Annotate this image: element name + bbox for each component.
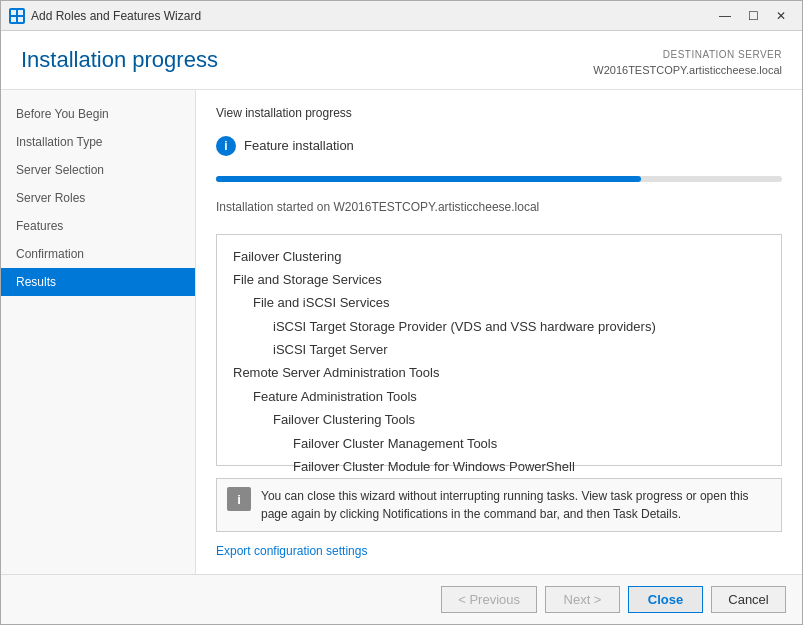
main-content: View installation progress i Feature ins… [196, 90, 802, 575]
maximize-button[interactable]: ☐ [740, 6, 766, 26]
destination-server-info: DESTINATION SERVER W2016TESTCOPY.artisti… [593, 47, 782, 79]
destination-server-name: W2016TESTCOPY.artisticcheese.local [593, 62, 782, 79]
previous-button[interactable]: < Previous [441, 586, 537, 613]
info-box-icon: i [227, 487, 251, 511]
info-box: i You can close this wizard without inte… [216, 478, 782, 532]
close-button[interactable]: Close [628, 586, 703, 613]
feature-item: Remote Server Administration Tools [233, 361, 765, 384]
install-status-text: Installation started on W2016TESTCOPY.ar… [216, 200, 782, 214]
feature-install-row: i Feature installation [216, 136, 782, 156]
sidebar-item-installation-type[interactable]: Installation Type [1, 128, 195, 156]
page-header: Installation progress DESTINATION SERVER… [1, 31, 802, 90]
app-icon [9, 8, 25, 24]
feature-item: Failover Clustering [233, 245, 765, 268]
wizard-footer: < Previous Next > Close Cancel [1, 574, 802, 624]
minimize-button[interactable]: — [712, 6, 738, 26]
sidebar-item-before-you-begin[interactable]: Before You Begin [1, 100, 195, 128]
destination-label: DESTINATION SERVER [593, 47, 782, 62]
svg-rect-1 [18, 10, 23, 15]
info-icon: i [216, 136, 236, 156]
window-title: Add Roles and Features Wizard [31, 9, 201, 23]
sidebar: Before You Begin Installation Type Serve… [1, 90, 196, 575]
feature-item: File and Storage Services [233, 268, 765, 291]
svg-rect-3 [18, 17, 23, 22]
feature-item: Failover Clustering Tools [233, 408, 765, 431]
feature-item: Feature Administration Tools [233, 385, 765, 408]
title-bar: Add Roles and Features Wizard — ☐ ✕ [1, 1, 802, 31]
sidebar-item-server-roles[interactable]: Server Roles [1, 184, 195, 212]
sidebar-item-features[interactable]: Features [1, 212, 195, 240]
page-title: Installation progress [21, 47, 218, 73]
feature-item: iSCSI Target Storage Provider (VDS and V… [233, 315, 765, 338]
feature-item: iSCSI Target Server [233, 338, 765, 361]
progress-bar-container [216, 176, 782, 182]
view-progress-label: View installation progress [216, 106, 782, 120]
sidebar-item-results[interactable]: Results [1, 268, 195, 296]
features-box: Failover Clustering File and Storage Ser… [216, 234, 782, 467]
feature-item: Failover Cluster Management Tools [233, 432, 765, 455]
export-config-link[interactable]: Export configuration settings [216, 544, 782, 558]
close-window-button[interactable]: ✕ [768, 6, 794, 26]
wizard-window: Add Roles and Features Wizard — ☐ ✕ Inst… [0, 0, 803, 625]
title-bar-left: Add Roles and Features Wizard [9, 8, 201, 24]
progress-bar-fill [216, 176, 641, 182]
cancel-button[interactable]: Cancel [711, 586, 786, 613]
next-button[interactable]: Next > [545, 586, 620, 613]
svg-rect-0 [11, 10, 16, 15]
info-box-text: You can close this wizard without interr… [261, 487, 771, 523]
sidebar-item-confirmation[interactable]: Confirmation [1, 240, 195, 268]
window-controls: — ☐ ✕ [712, 6, 794, 26]
svg-rect-2 [11, 17, 16, 22]
feature-item: File and iSCSI Services [233, 291, 765, 314]
feature-item: Failover Cluster Module for Windows Powe… [233, 455, 765, 478]
sidebar-item-server-selection[interactable]: Server Selection [1, 156, 195, 184]
content-area: Before You Begin Installation Type Serve… [1, 90, 802, 575]
feature-install-text: Feature installation [244, 138, 354, 153]
